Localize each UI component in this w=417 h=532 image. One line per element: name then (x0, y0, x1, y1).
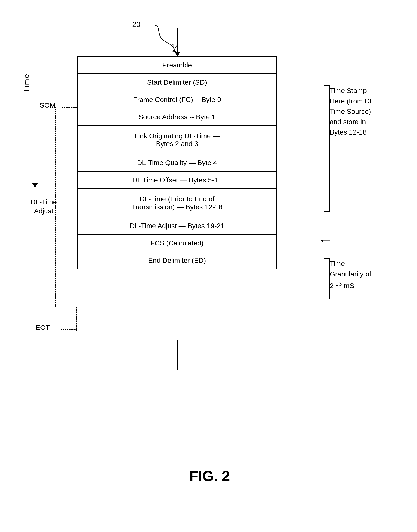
right-bracket-top (323, 85, 330, 212)
time-label: Time (22, 73, 31, 93)
preamble-row: Preamble (78, 57, 276, 74)
end-delimiter-row: End Delimiter (ED) (78, 252, 276, 269)
svg-marker-2 (321, 239, 323, 242)
figure-label: FIG. 2 (189, 468, 230, 484)
eot-label: EOT (36, 323, 50, 332)
right-annotation-bottom: TimeGranularity of2-13 mS (330, 259, 399, 291)
dl-time-adjust-row: DL-Time Adjust — Bytes 19-21 (78, 217, 276, 235)
start-delimiter-row: Start Delimiter (SD) (78, 74, 276, 91)
time-arrow-line (35, 63, 35, 185)
diagram-container: 20 14 Time SOM DL-TimeAdjust EOT Preambl… (16, 16, 403, 505)
time-arrow-head-icon (32, 183, 38, 188)
dltime-dashed-vline (55, 107, 56, 307)
bottom-vertical-line (177, 340, 178, 370)
frame-control-row: Frame Control (FC) -- Byte 0 (78, 91, 276, 108)
eot-dashed-line (61, 329, 77, 330)
dl-time-arrow-icon (319, 238, 331, 244)
dl-time-offset-row: DL Time Offset — Bytes 5-11 (78, 172, 276, 189)
source-address-row: Source Address -- Byte 1 (78, 108, 276, 126)
frame-diagram-box: Preamble Start Delimiter (SD) Frame Cont… (77, 56, 277, 270)
dl-time-quality-row: DL-Time Quality — Byte 4 (78, 154, 276, 172)
ref-14-label: 14 (171, 43, 179, 51)
ref-20-label: 20 (132, 20, 140, 29)
dltime-dashed-hline (55, 307, 77, 307)
fcs-row: FCS (Calculated) (78, 235, 276, 252)
right-annotation-top: Time StampHere (from DLTime Source)and s… (330, 85, 399, 137)
som-label: SOM (40, 101, 55, 109)
top-arrow-head-icon (175, 52, 180, 56)
dl-time-prior-row: DL-Time (Prior to End ofTransmission) — … (78, 189, 276, 217)
dltime-adjust-label: DL-TimeAdjust (31, 198, 57, 215)
right-bracket-bottom (323, 259, 330, 299)
link-originating-row: Link Originating DL-Time —Bytes 2 and 3 (78, 126, 276, 154)
eot-dashed-vline (76, 307, 77, 331)
som-dashed-line (62, 107, 77, 108)
